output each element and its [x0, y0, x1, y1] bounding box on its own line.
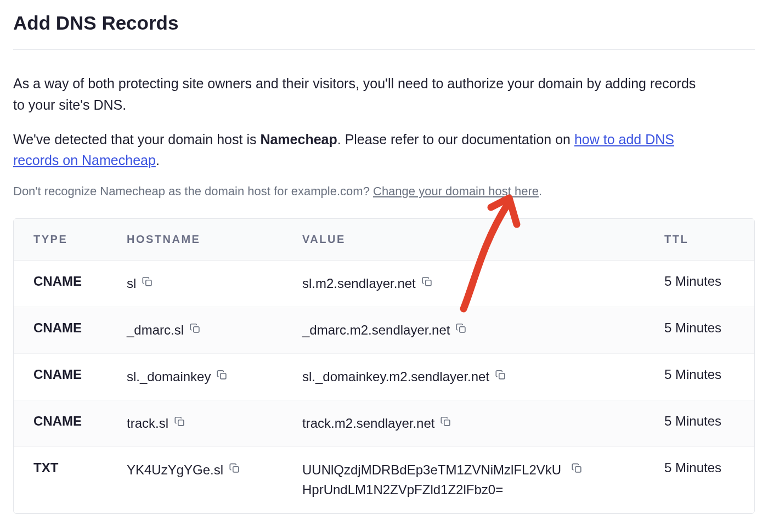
record-ttl: 5 Minutes	[645, 307, 754, 354]
record-ttl: 5 Minutes	[645, 261, 754, 307]
record-hostname-cell: YK4UzYgYGe.sl	[107, 447, 283, 513]
copy-icon[interactable]	[229, 462, 241, 474]
intro-text: We've detected that your domain host is	[13, 132, 260, 147]
copy-icon[interactable]	[495, 369, 507, 381]
copy-icon[interactable]	[174, 416, 186, 428]
detected-host: Namecheap	[260, 132, 337, 147]
column-header-type: TYPE	[14, 219, 107, 261]
record-type: CNAME	[14, 307, 107, 354]
record-value: sl.m2.sendlayer.net	[302, 274, 416, 293]
svg-rect-9	[575, 467, 581, 472]
record-value-cell: _dmarc.m2.sendlayer.net	[283, 307, 645, 354]
intro-paragraph-1: As a way of both protecting site owners …	[13, 73, 699, 116]
copy-icon[interactable]	[571, 462, 583, 474]
record-value: track.m2.sendlayer.net	[302, 414, 434, 433]
record-value: sl._domainkey.m2.sendlayer.net	[302, 367, 489, 387]
table-row: CNAME sl._domainkey sl._domainkey.m2.sen…	[14, 354, 754, 400]
svg-rect-6	[178, 420, 184, 426]
host-change-note: Don't recognize Namecheap as the domain …	[13, 184, 755, 199]
copy-icon[interactable]	[421, 276, 433, 288]
record-ttl: 5 Minutes	[645, 400, 754, 447]
record-hostname: YK4UzYgYGe.sl	[127, 460, 223, 480]
dns-records-table: TYPE HOSTNAME VALUE TTL CNAME sl s	[13, 218, 755, 514]
svg-rect-0	[146, 280, 151, 286]
intro-text: . Please refer to our documentation on	[337, 132, 574, 147]
record-hostname-cell: track.sl	[107, 400, 283, 447]
svg-rect-7	[444, 420, 450, 426]
copy-icon[interactable]	[189, 322, 201, 335]
column-header-value: VALUE	[283, 219, 645, 261]
intro-paragraph-2: We've detected that your domain host is …	[13, 129, 699, 172]
svg-rect-3	[460, 327, 465, 332]
table-row: TXT YK4UzYgYGe.sl UUNlQzdjMDRBdEp3eTM1ZV…	[14, 447, 754, 513]
record-type: CNAME	[14, 354, 107, 400]
record-hostname-cell: sl._domainkey	[107, 354, 283, 400]
record-ttl: 5 Minutes	[645, 447, 754, 513]
change-host-link[interactable]: Change your domain host here	[373, 184, 539, 198]
record-value: _dmarc.m2.sendlayer.net	[302, 320, 450, 340]
record-type: CNAME	[14, 261, 107, 307]
record-value-cell: sl._domainkey.m2.sendlayer.net	[283, 354, 645, 400]
table-row: CNAME _dmarc.sl _dmarc.m2.sendlayer.net	[14, 307, 754, 354]
copy-icon[interactable]	[455, 322, 467, 335]
copy-icon[interactable]	[216, 369, 228, 381]
table-row: CNAME sl sl.m2.sendlayer.net	[14, 261, 754, 307]
record-ttl: 5 Minutes	[645, 354, 754, 400]
svg-rect-5	[499, 373, 505, 379]
record-value-cell: track.m2.sendlayer.net	[283, 400, 645, 447]
record-type: CNAME	[14, 400, 107, 447]
intro-text: .	[156, 152, 160, 168]
column-header-ttl: TTL	[645, 219, 754, 261]
record-value: UUNlQzdjMDRBdEp3eTM1ZVNiMzlFL2VkUHprUndL…	[302, 460, 566, 500]
record-hostname-cell: sl	[107, 261, 283, 307]
record-value-cell: UUNlQzdjMDRBdEp3eTM1ZVNiMzlFL2VkUHprUndL…	[283, 447, 645, 513]
record-hostname: sl	[127, 274, 136, 293]
note-text: .	[539, 184, 542, 198]
table-row: CNAME track.sl track.m2.sendlayer.net	[14, 400, 754, 447]
column-header-hostname: HOSTNAME	[107, 219, 283, 261]
svg-rect-4	[221, 373, 226, 379]
record-type: TXT	[14, 447, 107, 513]
record-value-cell: sl.m2.sendlayer.net	[283, 261, 645, 307]
svg-rect-1	[426, 280, 431, 286]
record-hostname: _dmarc.sl	[127, 320, 184, 340]
svg-rect-2	[194, 327, 199, 332]
svg-rect-8	[233, 467, 239, 472]
record-hostname: sl._domainkey	[127, 367, 211, 387]
copy-icon[interactable]	[440, 416, 452, 428]
page-title: Add DNS Records	[13, 12, 755, 34]
copy-icon[interactable]	[142, 276, 154, 288]
record-hostname-cell: _dmarc.sl	[107, 307, 283, 354]
note-text: Don't recognize Namecheap as the domain …	[13, 184, 373, 198]
record-hostname: track.sl	[127, 414, 168, 433]
